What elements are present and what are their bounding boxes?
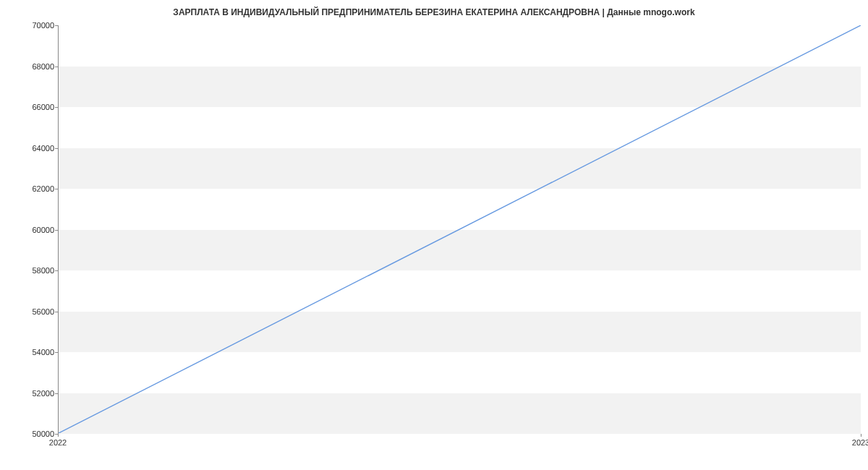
x-tick-label: 2023 xyxy=(852,438,868,447)
y-tick-mark xyxy=(55,312,58,312)
y-tick-mark xyxy=(55,393,58,394)
y-tick-label: 56000 xyxy=(11,307,54,316)
x-tick-mark xyxy=(861,434,861,437)
y-tick-label: 58000 xyxy=(11,266,54,275)
chart-container: ЗАРПЛАТА В ИНДИВИДУАЛЬНЫЙ ПРЕДПРИНИМАТЕЛ… xyxy=(0,0,868,470)
y-tick-label: 64000 xyxy=(11,144,54,153)
y-tick-mark xyxy=(55,230,58,231)
y-tick-label: 62000 xyxy=(11,184,54,193)
line-series xyxy=(59,25,861,433)
y-tick-label: 54000 xyxy=(11,348,54,356)
y-tick-label: 60000 xyxy=(11,226,54,234)
y-tick-mark xyxy=(55,270,58,271)
y-tick-label: 70000 xyxy=(11,21,54,30)
y-tick-mark xyxy=(55,107,58,108)
y-tick-label: 52000 xyxy=(11,389,54,398)
y-tick-label: 50000 xyxy=(11,430,54,438)
plot-area xyxy=(58,25,861,434)
y-tick-mark xyxy=(55,189,58,189)
svg-line-0 xyxy=(59,25,861,433)
y-tick-label: 66000 xyxy=(11,103,54,111)
y-tick-mark xyxy=(55,352,58,353)
x-tick-mark xyxy=(58,434,59,437)
y-tick-mark xyxy=(55,148,58,149)
y-tick-mark xyxy=(55,25,58,26)
chart-title: ЗАРПЛАТА В ИНДИВИДУАЛЬНЫЙ ПРЕДПРИНИМАТЕЛ… xyxy=(0,7,868,17)
x-tick-label: 2022 xyxy=(49,438,67,447)
y-tick-label: 68000 xyxy=(11,62,54,71)
y-tick-mark xyxy=(55,67,58,67)
